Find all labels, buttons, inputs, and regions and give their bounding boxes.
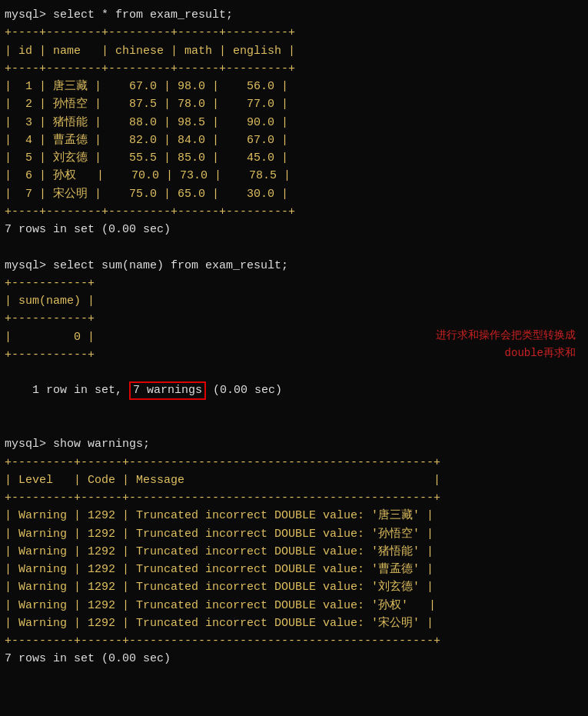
table3-border-bot: +---------+------+----------------------… <box>5 632 583 650</box>
table1-border-mid: +----+--------+---------+------+--------… <box>5 60 583 78</box>
table3-header: | Level | Code | Message | <box>5 471 583 489</box>
blank1 <box>5 238 583 256</box>
table1-row-2: | 2 | 孙悟空 | 87.5 | 78.0 | 77.0 | <box>5 95 583 113</box>
table1-row-1: | 1 | 唐三藏 | 67.0 | 98.0 | 56.0 | <box>5 78 583 95</box>
table3-row-2: | Warning | 1292 | Truncated incorrect D… <box>5 525 583 543</box>
table1-row-6: | 6 | 孙权 | 70.0 | 73.0 | 78.5 | <box>5 167 583 185</box>
warnings-section: +---------+------+----------------------… <box>5 454 583 651</box>
result2: 1 row in set, 7 warnings (0.00 sec) <box>5 364 583 418</box>
table2-botborder-container: +-----------+ double再求和 <box>5 346 583 364</box>
table3-border-top: +---------+------+----------------------… <box>5 454 583 471</box>
result2-pre: 1 row in set, <box>32 384 129 397</box>
table2-border-bot: +-----------+ <box>5 346 583 364</box>
table1-row-5: | 5 | 刘玄德 | 55.5 | 85.0 | 45.0 | <box>5 149 583 167</box>
table3-row-7: | Warning | 1292 | Truncated incorrect D… <box>5 614 583 632</box>
table3-row-1: | Warning | 1292 | Truncated incorrect D… <box>5 507 583 525</box>
table1-header: | id | name | chinese | math | english | <box>5 42 583 60</box>
terminal: mysql> select * from exam_result; +----+… <box>0 0 588 674</box>
table3-row-3: | Warning | 1292 | Truncated incorrect D… <box>5 543 583 561</box>
table1-row-4: | 4 | 曹孟德 | 82.0 | 84.0 | 67.0 | <box>5 132 583 149</box>
table1-row-3: | 3 | 猪悟能 | 88.0 | 98.5 | 90.0 | <box>5 114 583 132</box>
query1-prompt: mysql> select * from exam_result; <box>5 6 583 24</box>
annotation-line1: 进行求和操作会把类型转换成 <box>436 328 576 342</box>
table2-border-mid: +-----------+ <box>5 310 583 328</box>
table1-row-7: | 7 | 宋公明 | 75.0 | 65.0 | 30.0 | <box>5 185 583 203</box>
query3-prompt: mysql> show warnings; <box>5 435 583 453</box>
table3-border-mid: +---------+------+----------------------… <box>5 489 583 507</box>
result1: 7 rows in set (0.00 sec) <box>5 221 583 238</box>
table2-border-top: +-----------+ <box>5 275 583 292</box>
table1-border-top: +----+--------+---------+------+--------… <box>5 24 583 42</box>
blank2 <box>5 418 583 435</box>
warnings-highlight: 7 warnings <box>129 381 206 400</box>
result3: 7 rows in set (0.00 sec) <box>5 650 583 668</box>
table2-header: | sum(name) | <box>5 292 583 310</box>
annotation-line2: double再求和 <box>505 346 576 360</box>
table3-row-6: | Warning | 1292 | Truncated incorrect D… <box>5 597 583 614</box>
table2-row-container: | 0 | 进行求和操作会把类型转换成 <box>5 328 583 346</box>
table1-border-bot: +----+--------+---------+------+--------… <box>5 203 583 221</box>
table3-row-5: | Warning | 1292 | Truncated incorrect D… <box>5 578 583 596</box>
result2-post: (0.00 sec) <box>206 384 282 397</box>
table2-container: +-----------+ | sum(name) | +-----------… <box>5 275 583 364</box>
table3-row-4: | Warning | 1292 | Truncated incorrect D… <box>5 561 583 578</box>
query2-prompt: mysql> select sum(name) from exam_result… <box>5 257 583 275</box>
